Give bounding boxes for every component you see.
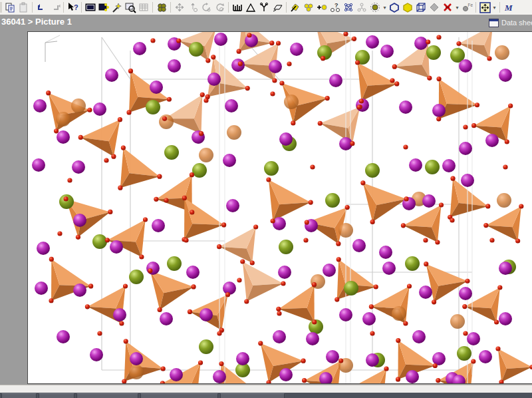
atom-red[interactable] [503,164,507,169]
atom-red[interactable] [355,60,360,65]
atom-red[interactable] [450,176,455,181]
atom-purple[interactable] [130,352,143,365]
atom-purple[interactable] [339,308,352,321]
atom-red[interactable] [122,379,126,383]
atom-red[interactable] [404,196,408,201]
atom-red[interactable] [436,35,441,39]
tetrahedron[interactable] [80,117,120,157]
atom-orange[interactable] [159,114,174,129]
atom-orange[interactable] [129,365,144,379]
atom-green[interactable] [164,145,179,160]
atom-red[interactable] [356,104,361,109]
atom-red[interactable] [266,177,271,182]
atom-purple[interactable] [479,350,492,363]
atom-purple[interactable] [279,132,293,146]
atom-purple[interactable] [442,159,456,172]
atom-purple[interactable] [414,37,428,50]
atom-purple[interactable] [146,262,160,275]
atom-red[interactable] [240,259,245,264]
atom-purple[interactable] [57,330,70,343]
atom-green[interactable] [365,163,380,178]
atom-red[interactable] [436,77,441,81]
tetrahedron[interactable] [498,349,532,382]
atom-red[interactable] [471,123,476,128]
fill-coordination-icon[interactable] [289,1,302,14]
atom-red[interactable] [78,135,83,140]
atom-red[interactable] [139,254,144,259]
atom-red[interactable] [494,319,499,324]
atom-green[interactable] [192,163,207,178]
atom-red[interactable] [281,281,285,286]
atom-red[interactable] [471,359,475,363]
atom-red[interactable] [176,39,181,43]
atom-purple[interactable] [459,287,472,300]
atom-red[interactable] [305,220,309,224]
atom-red[interactable] [497,285,502,290]
atom-red[interactable] [515,238,520,243]
atom-red[interactable] [345,205,350,210]
atom-red[interactable] [396,377,400,381]
atom-red[interactable] [49,298,53,303]
tetrahedron[interactable] [403,205,441,242]
atom-red[interactable] [309,200,313,205]
atom-purple[interactable] [152,219,165,232]
atom-red[interactable] [269,41,274,45]
atom-purple[interactable] [133,42,146,55]
atom-red[interactable] [87,108,92,112]
atom-purple[interactable] [362,312,376,325]
atom-red[interactable] [407,284,412,288]
atom-green[interactable] [199,339,213,354]
atom-red[interactable] [394,81,399,86]
atom-green[interactable] [325,193,340,208]
atom-red[interactable] [245,86,250,91]
atom-purple[interactable] [200,308,213,321]
element-fe-icon[interactable]: Fe [460,1,473,14]
atom-purple[interactable] [278,266,291,279]
tetrahedron[interactable] [269,180,311,221]
atom-red[interactable] [287,61,291,66]
atom-red[interactable] [190,210,194,214]
measure-torsion-icon[interactable] [257,1,271,14]
atom-red[interactable] [244,299,249,303]
measure-plane-icon[interactable] [271,1,284,14]
atom-red[interactable] [238,61,243,66]
atom-red[interactable] [352,37,356,41]
atom-red[interactable] [475,102,479,107]
atom-purple[interactable] [432,104,446,117]
atom-red[interactable] [360,180,365,185]
atom-purple[interactable] [73,214,86,227]
data-sheet-tab[interactable]: Data sheet [489,17,532,28]
atom-purple[interactable] [366,353,379,367]
atom-purple[interactable] [273,330,286,343]
atom-red[interactable] [118,117,122,122]
atom-orange[interactable] [71,99,86,113]
atom-red[interactable] [519,204,523,208]
atom-red[interactable] [374,284,378,289]
coordination-net-icon[interactable] [342,1,355,14]
picture-wizard-icon[interactable] [97,1,110,14]
atom-red[interactable] [338,358,343,363]
atom-red[interactable] [424,262,428,266]
atom-red[interactable] [253,224,258,229]
atom-red[interactable] [426,40,430,45]
add-atom-icon[interactable] [315,1,329,14]
atom-orange[interactable] [497,193,511,208]
atom-red[interactable] [158,307,162,312]
atom-red[interactable] [237,278,241,282]
atom-purple[interactable] [306,332,319,345]
atom-red[interactable] [495,346,500,351]
new-picture-icon[interactable] [84,1,97,14]
atom-purple[interactable] [399,100,412,114]
atom-green[interactable] [264,161,279,176]
atom-red[interactable] [123,284,128,288]
tetrahedron[interactable] [486,206,521,241]
atom-purple[interactable] [499,312,512,325]
atom-purple[interactable] [459,142,472,155]
atom-red[interactable] [97,331,102,335]
atom-red[interactable] [191,284,196,289]
atom-purple[interactable] [323,264,336,277]
delete-icon[interactable] [441,1,454,14]
atom-orange[interactable] [227,125,241,140]
atom-purple[interactable] [213,370,226,383]
atom-red[interactable] [463,124,467,129]
